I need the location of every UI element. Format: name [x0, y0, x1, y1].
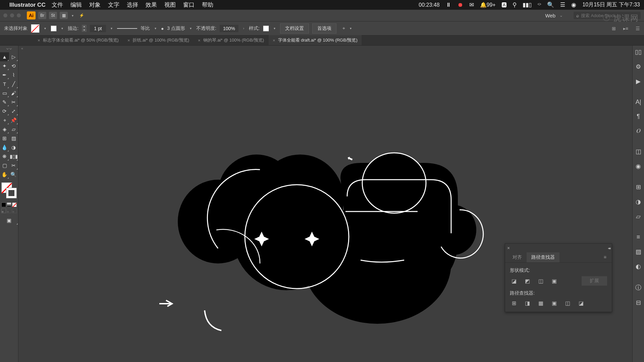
magic-wand-tool[interactable]: ✦: [0, 61, 9, 70]
doc-tab-0[interactable]: ×标志字体全能看.ai* @ 50% (RGB/预览): [34, 35, 123, 45]
scale-tool[interactable]: ⤢: [9, 107, 18, 116]
menu-effect[interactable]: 效果: [146, 1, 157, 9]
pen-tool[interactable]: ✒: [0, 70, 9, 79]
draw-behind-icon[interactable]: ▫: [7, 208, 11, 213]
opacity-slider-icon[interactable]: ›: [242, 26, 246, 30]
brush-dropdown[interactable]: ▾: [189, 26, 193, 30]
pause-icon[interactable]: ⏸: [446, 2, 451, 8]
stroke-panel-icon[interactable]: ≡: [637, 234, 640, 241]
properties-icon[interactable]: ▯▯: [635, 48, 642, 56]
input-method-icon[interactable]: A: [502, 2, 507, 7]
doc-tab-1[interactable]: ×折纸.ai* @ 100% (RGB/预览): [123, 35, 193, 45]
hand-tool[interactable]: ✋: [0, 170, 9, 179]
stroke-weight-dropdown[interactable]: ▾: [109, 26, 114, 30]
bluetooth-icon[interactable]: ⚲: [513, 1, 517, 8]
profile-dropdown[interactable]: ▾: [153, 26, 158, 30]
fill-swatch[interactable]: [31, 24, 40, 33]
stroke-dropdown[interactable]: ▾: [60, 26, 64, 30]
symbols-icon[interactable]: ▱: [636, 213, 641, 220]
minus-front-icon[interactable]: ◩: [523, 277, 531, 285]
fill-stroke-indicator[interactable]: [1, 182, 17, 198]
unite-icon[interactable]: ◪: [510, 277, 518, 285]
notification-badge[interactable]: 🔔99+: [480, 2, 496, 8]
menu-view[interactable]: 视图: [164, 1, 176, 9]
width-tool[interactable]: ⌖: [0, 116, 9, 125]
wifi-icon[interactable]: ⌔: [538, 2, 541, 8]
clock[interactable]: 10月15日 周五 下午7:33: [582, 1, 640, 8]
align-panel-icon[interactable]: ⊟: [636, 299, 641, 306]
outline-icon[interactable]: ◫: [564, 299, 572, 307]
selection-tool[interactable]: ▲: [0, 52, 9, 61]
eraser-tool[interactable]: ✂: [9, 98, 18, 107]
gpu-icon[interactable]: ⚡: [77, 12, 86, 19]
transform-icon[interactable]: ⊞: [612, 26, 616, 31]
window-controls[interactable]: [3, 13, 21, 17]
menu-type[interactable]: 文字: [108, 1, 119, 9]
document-setup-button[interactable]: 文档设置: [280, 23, 309, 34]
artboard-tool[interactable]: ▢: [0, 161, 9, 170]
close-icon[interactable]: ×: [273, 38, 275, 43]
stock-icon[interactable]: St: [49, 12, 57, 19]
symbol-tool[interactable]: ❋: [0, 152, 9, 161]
app-name[interactable]: Illustrator CC: [9, 2, 46, 8]
control-center-icon[interactable]: ☰: [560, 1, 565, 8]
preferences-button[interactable]: 首选项: [312, 23, 336, 34]
lasso-tool[interactable]: ⟲: [9, 61, 18, 70]
panel-collapse-icon[interactable]: ◂◂: [608, 246, 610, 250]
trim-icon[interactable]: ◨: [523, 299, 531, 307]
mesh-tool[interactable]: ⊞: [0, 134, 9, 143]
color-mode-icon[interactable]: [1, 202, 6, 207]
toolbox-grip[interactable]: [5, 48, 13, 50]
expand-button[interactable]: 扩展: [582, 276, 607, 286]
stroke-weight[interactable]: 1 pt: [90, 25, 106, 32]
stroke-stepper[interactable]: ▴▾: [82, 25, 87, 32]
gradient-tool[interactable]: ▨: [9, 134, 18, 143]
blend-tool[interactable]: ◑: [9, 143, 18, 152]
doc-tab-2[interactable]: ×钢的琴.ai* @ 100% (RGB/预览): [194, 35, 268, 45]
intersect-icon[interactable]: ◫: [537, 277, 545, 285]
spotlight-icon[interactable]: 🔍: [547, 1, 554, 8]
exclude-icon[interactable]: ▣: [550, 277, 558, 285]
doc-tab-3[interactable]: ×字体全能看 draft.ai* @ 100% (RGB/预览): [269, 35, 362, 45]
align-tab[interactable]: 对齐: [508, 252, 527, 262]
color-icon[interactable]: ⚙: [636, 63, 641, 70]
screen-mode-icon[interactable]: ▣: [0, 216, 18, 225]
paintbrush-tool[interactable]: 🖌: [9, 88, 18, 98]
minus-back-icon[interactable]: ◪: [577, 299, 585, 307]
gradient-panel-icon[interactable]: ▨: [636, 248, 641, 255]
menu-object[interactable]: 对象: [89, 1, 101, 9]
close-icon[interactable]: ×: [127, 38, 130, 43]
transform-panel-icon[interactable]: ◫: [636, 148, 641, 155]
align-dropdown[interactable]: ▾: [348, 26, 353, 30]
line-tool[interactable]: ╱: [9, 79, 18, 88]
menu-file[interactable]: 文件: [52, 1, 63, 9]
close-icon[interactable]: ×: [198, 38, 201, 43]
type-tool[interactable]: T: [0, 79, 9, 88]
isolate-icon[interactable]: ▸≡: [623, 26, 628, 31]
stroke-swatch[interactable]: [51, 25, 57, 32]
style-swatch[interactable]: [263, 25, 269, 32]
canvas[interactable]: «: [18, 46, 632, 362]
workspace-label[interactable]: Web: [545, 13, 555, 18]
brush-label[interactable]: 3 点圆形: [167, 25, 185, 32]
actions-icon[interactable]: ▶: [636, 78, 641, 85]
direct-selection-tool[interactable]: ▷: [9, 52, 18, 61]
draw-inside-icon[interactable]: ▫: [12, 208, 17, 213]
appearance-icon[interactable]: ◉: [636, 163, 641, 170]
battery-icon[interactable]: ▮▮▯: [523, 1, 532, 8]
divide-icon[interactable]: ⊞: [510, 299, 518, 307]
panel-menu-icon[interactable]: ≡: [601, 252, 609, 262]
record-icon[interactable]: ⏺: [458, 2, 463, 8]
slice-tool[interactable]: ✂: [9, 161, 18, 170]
crop-icon[interactable]: ▣: [550, 299, 558, 307]
menu-window[interactable]: 窗口: [183, 1, 195, 9]
zoom-tool[interactable]: 🔍: [9, 170, 18, 179]
style-dropdown[interactable]: ▾: [272, 26, 277, 30]
opacity-value[interactable]: 100%: [220, 25, 238, 32]
workspace-dropdown-icon[interactable]: ⌄: [559, 13, 563, 18]
merge-icon[interactable]: ▦: [537, 299, 545, 307]
transparency-icon[interactable]: ◐: [636, 263, 641, 270]
arrange-dropdown[interactable]: ▾: [70, 14, 75, 17]
paragraph-icon[interactable]: ¶: [637, 113, 640, 120]
none-mode-icon[interactable]: [12, 202, 17, 207]
